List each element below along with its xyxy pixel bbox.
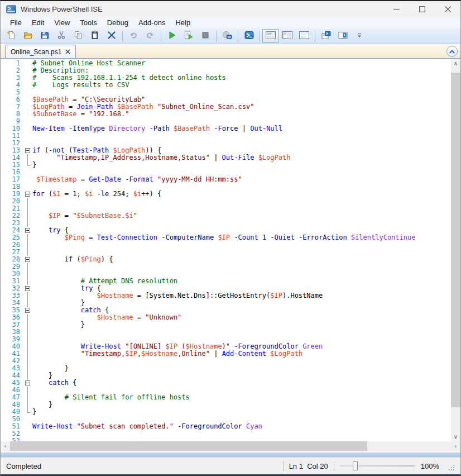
scroll-up-arrow-icon[interactable]: ∧: [451, 59, 460, 68]
code-line: 20: [1, 198, 451, 205]
open-script-icon: [23, 31, 32, 42]
fold-margin: [23, 96, 32, 103]
overflow-button[interactable]: [351, 29, 368, 43]
show-script-pane-right-button[interactable]: [279, 29, 296, 43]
scroll-left-arrow-icon[interactable]: ‹: [1, 441, 10, 451]
fold-margin: [23, 241, 32, 249]
vertical-scroll-thumb[interactable]: [451, 73, 460, 407]
minimize-button[interactable]: [383, 1, 409, 17]
code-line: 43 }: [1, 365, 451, 372]
toolbar-separator: [161, 31, 161, 42]
new-script-button[interactable]: [3, 29, 20, 43]
resize-grip[interactable]: [448, 464, 455, 471]
fold-margin: [23, 401, 32, 408]
maximize-icon: [419, 6, 425, 12]
menu-file[interactable]: File: [5, 17, 27, 28]
fold-margin: [23, 350, 32, 358]
code-text: }: [32, 321, 85, 329]
script-pane: 1# Subnet Online Host Scanner2# Descript…: [1, 58, 460, 441]
horizontal-scrollbar[interactable]: ‹ ›: [1, 441, 460, 451]
code-line: 53: [1, 437, 451, 441]
fold-margin: [23, 292, 32, 299]
undo-button[interactable]: [125, 29, 142, 43]
show-script-pane-maximized-icon: [299, 31, 309, 41]
paste-button[interactable]: [87, 29, 103, 43]
cut-button[interactable]: [53, 29, 70, 43]
fold-margin: [23, 329, 32, 336]
statusbar-divider: [283, 461, 284, 471]
fold-margin: [23, 205, 32, 212]
copy-icon: [74, 31, 83, 42]
fold-margin: [23, 416, 32, 423]
toolbar-separator: [315, 31, 315, 42]
menu-debug[interactable]: Debug: [102, 17, 133, 28]
new-script-icon: [7, 31, 16, 42]
zoom-slider[interactable]: [340, 461, 415, 471]
fold-collapse-box[interactable]: [23, 191, 32, 198]
fold-margin: [23, 321, 32, 329]
fold-margin: [23, 299, 32, 307]
toolbar-separator: [238, 31, 238, 42]
zoom-slider-thumb[interactable]: [353, 461, 358, 470]
code-line: 52: [1, 430, 451, 437]
close-icon: [445, 6, 451, 12]
fold-margin: [23, 74, 32, 82]
open-script-button[interactable]: [20, 29, 36, 43]
code-line: 4# Logs results to CSV: [1, 82, 451, 89]
new-remote-powershell-tab-button[interactable]: [219, 29, 236, 43]
status-text: Completed: [6, 462, 41, 470]
code-line: 10New-Item -ItemType Directory -Path $Ba…: [1, 125, 451, 132]
stop-operation-button[interactable]: [197, 29, 214, 43]
run-script-button[interactable]: [164, 29, 180, 43]
scroll-down-arrow-icon[interactable]: ∨: [451, 432, 460, 441]
fold-margin: [23, 118, 32, 125]
code-editor[interactable]: 1# Subnet Online Host Scanner2# Descript…: [1, 59, 451, 441]
fold-collapse-box[interactable]: [23, 227, 32, 234]
fold-margin: [23, 394, 32, 401]
menu-help[interactable]: Help: [170, 17, 195, 28]
fold-margin: [23, 423, 32, 430]
scroll-right-arrow-icon[interactable]: ›: [451, 441, 460, 451]
copy-button[interactable]: [70, 29, 87, 43]
code-line: 38: [1, 329, 451, 336]
fold-margin: [23, 343, 32, 350]
overflow-icon: [357, 31, 362, 41]
window-controls: [383, 1, 460, 17]
menu-view[interactable]: View: [49, 17, 75, 28]
show-script-pane-maximized-button[interactable]: [296, 29, 313, 43]
start-powershell-button[interactable]: [241, 29, 257, 43]
fold-collapse-box[interactable]: [23, 379, 32, 387]
clear-console-button[interactable]: [103, 29, 120, 43]
fold-margin: [23, 263, 32, 270]
collapse-script-pane-button[interactable]: [446, 46, 458, 57]
menu-tools[interactable]: Tools: [75, 17, 102, 28]
vertical-scrollbar[interactable]: ∧ ∨: [451, 59, 460, 441]
pane-splitter: [1, 451, 460, 457]
fold-collapse-box[interactable]: [23, 285, 32, 292]
run-selection-button[interactable]: [180, 29, 197, 43]
fold-margin: [23, 154, 32, 161]
code-text: New-Item -ItemType Directory -Path $Base…: [32, 125, 282, 132]
show-script-pane-top-button[interactable]: [262, 29, 279, 43]
fold-collapse-box[interactable]: [23, 147, 32, 154]
maximize-button[interactable]: [409, 1, 435, 17]
new-powershell-tab-icon: [321, 31, 331, 42]
code-line: 47 # Silent fail for offline hosts: [1, 394, 451, 401]
tab-online-scan-ps1[interactable]: Online_Scan.ps1: [5, 45, 76, 58]
fold-collapse-box[interactable]: [23, 307, 32, 314]
code-line: 51Write-Host "Subnet scan completed." -F…: [1, 423, 451, 430]
minimize-icon: [393, 6, 400, 12]
horizontal-scroll-thumb[interactable]: [10, 441, 367, 451]
redo-button[interactable]: [142, 29, 159, 43]
code-text: $Ping = Test-Connection -ComputerName $I…: [32, 234, 415, 241]
new-powershell-tab-button[interactable]: [318, 29, 334, 43]
save-script-button[interactable]: [36, 29, 53, 43]
cursor-position: Ln 1 Col 20: [289, 462, 328, 470]
tab-close-button[interactable]: [65, 49, 70, 54]
close-button[interactable]: [435, 1, 460, 17]
close-icon: [65, 49, 70, 54]
show-command-add-on-button[interactable]: [334, 29, 351, 43]
menu-edit[interactable]: Edit: [27, 17, 49, 28]
fold-collapse-box[interactable]: [23, 256, 32, 263]
menu-add-ons[interactable]: Add-ons: [133, 17, 170, 28]
